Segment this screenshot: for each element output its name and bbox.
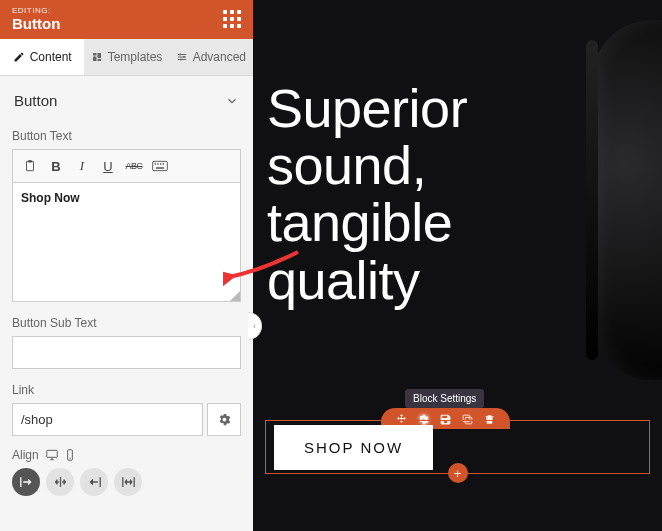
cta-button[interactable]: SHOP NOW [274, 425, 433, 470]
hero-heading: Superior sound, tangible quality [267, 80, 467, 309]
svg-rect-9 [163, 163, 164, 164]
button-text-input[interactable]: Shop Now [12, 182, 241, 302]
button-subtext-input[interactable] [12, 336, 241, 369]
svg-point-0 [179, 54, 181, 56]
svg-rect-10 [156, 167, 164, 168]
tab-templates[interactable]: Templates [84, 39, 168, 75]
align-justify-button[interactable] [114, 468, 142, 496]
mobile-icon[interactable] [63, 448, 77, 462]
link-settings-button[interactable] [207, 403, 241, 436]
rte-strike-button[interactable]: ABC [121, 154, 147, 178]
pencil-icon [13, 51, 25, 63]
svg-point-1 [183, 56, 185, 58]
svg-rect-11 [46, 450, 57, 457]
link-label: Link [12, 383, 241, 397]
button-subtext-label: Button Sub Text [12, 316, 241, 330]
tab-advanced-label: Advanced [193, 50, 246, 64]
editing-label: EDITING: [12, 6, 60, 15]
rte-underline-button[interactable]: U [95, 154, 121, 178]
product-image [592, 20, 662, 380]
resize-handle-icon[interactable] [230, 291, 240, 301]
align-center-button[interactable] [46, 468, 74, 496]
rte-keyboard-button[interactable] [147, 154, 173, 178]
selected-block-frame[interactable]: SHOP NOW + [265, 420, 650, 474]
align-label: Align [12, 448, 39, 462]
svg-rect-5 [153, 161, 168, 170]
tab-content-label: Content [30, 50, 72, 64]
svg-rect-6 [155, 163, 156, 164]
editor-sidebar: EDITING: Button Content Templates Advanc… [0, 0, 253, 531]
rte-paste-button[interactable] [17, 154, 43, 178]
button-accordion[interactable]: Button [12, 76, 241, 123]
rte-italic-button[interactable]: I [69, 154, 95, 178]
sliders-icon [176, 51, 188, 63]
rte-bold-button[interactable]: B [43, 154, 69, 178]
preview-canvas: Superior sound, tangible quality Block S… [253, 0, 662, 531]
apps-grid-icon[interactable] [223, 10, 241, 28]
gear-icon [217, 412, 232, 427]
accordion-title: Button [14, 92, 57, 109]
link-input[interactable] [12, 403, 203, 436]
block-tooltip: Block Settings [405, 389, 484, 408]
svg-rect-7 [157, 163, 158, 164]
align-left-button[interactable] [12, 468, 40, 496]
tab-templates-label: Templates [108, 50, 163, 64]
content-panel: Button Button Text B I U ABC Shop Now Bu… [0, 76, 253, 531]
add-block-button[interactable]: + [448, 463, 468, 483]
svg-rect-3 [27, 161, 34, 170]
desktop-icon[interactable] [45, 448, 59, 462]
svg-point-13 [69, 458, 70, 459]
tab-advanced[interactable]: Advanced [169, 39, 253, 75]
svg-rect-8 [160, 163, 161, 164]
button-text-label: Button Text [12, 129, 241, 143]
tab-content[interactable]: Content [0, 39, 84, 75]
editing-title: Button [12, 15, 60, 32]
align-right-button[interactable] [80, 468, 108, 496]
rte-toolbar: B I U ABC [12, 149, 241, 182]
svg-point-2 [180, 59, 182, 61]
chevron-down-icon [225, 94, 239, 108]
svg-rect-4 [28, 160, 32, 162]
templates-icon [91, 51, 103, 63]
editor-tabs: Content Templates Advanced [0, 39, 253, 76]
editor-header: EDITING: Button [0, 0, 253, 39]
